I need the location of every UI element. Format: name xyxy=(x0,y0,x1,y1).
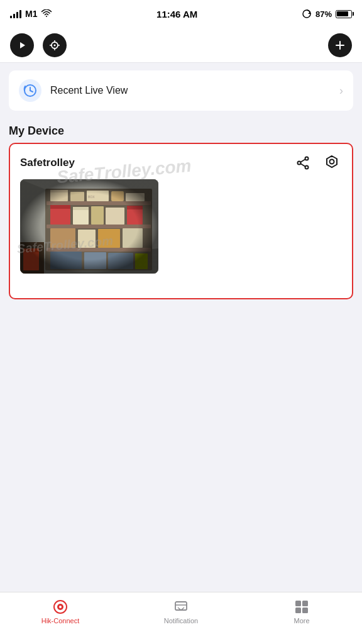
svg-rect-65 xyxy=(295,601,301,606)
device-card-header: Safetrolley xyxy=(10,144,352,179)
svg-rect-68 xyxy=(302,608,308,613)
svg-marker-20 xyxy=(327,156,337,167)
status-left: M1 xyxy=(10,9,52,19)
signal-icon xyxy=(10,9,21,18)
svg-point-62 xyxy=(59,606,62,608)
notification-icon xyxy=(173,599,189,615)
tab-more-label: More xyxy=(293,617,309,625)
svg-rect-63 xyxy=(175,602,187,610)
device-actions xyxy=(293,153,342,173)
tab-notification[interactable]: Notification xyxy=(121,599,241,625)
device-name: Safetrolley xyxy=(20,157,75,169)
tab-hik-connect[interactable]: Hik-Connect xyxy=(0,599,121,625)
main-content: Recent Live View › SafeTrolley.com My De… xyxy=(0,70,362,299)
hik-connect-icon xyxy=(52,599,69,615)
status-right: 87% xyxy=(302,9,352,19)
device-card: Safetrolley xyxy=(9,143,353,299)
svg-marker-2 xyxy=(20,42,25,48)
svg-line-13 xyxy=(30,91,33,92)
tab-hik-connect-label: Hik-Connect xyxy=(41,617,80,625)
toolbar-left xyxy=(10,33,67,57)
svg-rect-59 xyxy=(20,179,158,274)
svg-line-19 xyxy=(300,164,305,167)
svg-point-21 xyxy=(330,160,334,164)
tab-bar: Hik-Connect Notification More xyxy=(0,592,362,644)
add-button[interactable] xyxy=(328,33,352,57)
wifi-icon xyxy=(41,9,52,18)
tab-notification-label: Notification xyxy=(164,617,198,625)
svg-rect-66 xyxy=(302,601,308,606)
svg-point-16 xyxy=(298,162,301,165)
section-header: My Device xyxy=(0,118,362,143)
play-button[interactable] xyxy=(10,33,34,57)
settings-button[interactable] xyxy=(322,153,342,173)
status-bar: M1 11:46 AM 87% xyxy=(0,0,362,28)
clock-icon xyxy=(19,79,41,102)
scan-button[interactable] xyxy=(43,33,67,57)
time-display: 11:46 AM xyxy=(156,9,197,19)
recent-live-card[interactable]: Recent Live View › xyxy=(9,70,353,111)
rotation-icon xyxy=(302,9,312,19)
svg-point-17 xyxy=(305,166,309,169)
recent-live-label: Recent Live View xyxy=(50,85,339,96)
svg-point-4 xyxy=(54,44,56,46)
svg-rect-67 xyxy=(295,608,301,613)
share-button[interactable] xyxy=(293,153,313,173)
battery-icon xyxy=(336,10,352,18)
battery-percent: 87% xyxy=(315,9,332,19)
camera-thumbnail[interactable]: BOX xyxy=(20,179,158,274)
top-toolbar xyxy=(0,28,362,63)
carrier-label: M1 xyxy=(25,9,37,19)
svg-point-15 xyxy=(305,157,309,160)
tab-more[interactable]: More xyxy=(241,599,362,625)
svg-line-18 xyxy=(300,159,305,162)
more-icon xyxy=(293,599,310,615)
chevron-right-icon: › xyxy=(339,84,343,97)
